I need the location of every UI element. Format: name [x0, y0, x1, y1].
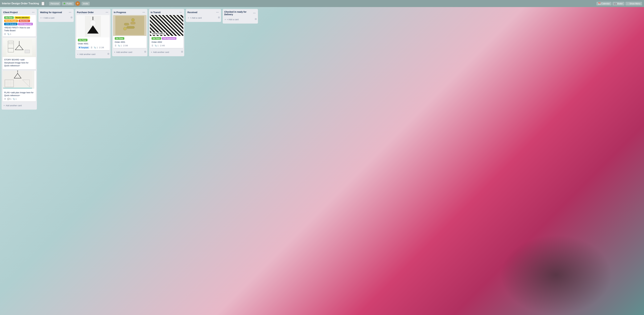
column-title: Purchase Order: [77, 11, 94, 14]
archive-icon: ⊡: [255, 18, 257, 20]
column-header-ip: In Progress ···: [112, 9, 148, 15]
add-another-card-button[interactable]: + Add another card: [113, 50, 147, 54]
public-button[interactable]: Public: [62, 2, 74, 6]
description-icon: ☰: [152, 44, 153, 47]
eye-icon: 👁: [4, 98, 6, 100]
column-waiting-approval: Waiting for Approval ··· + + Add a card …: [38, 9, 74, 22]
add-card-button[interactable]: + + Add a card: [186, 16, 220, 20]
column-menu-button[interactable]: ···: [179, 10, 183, 14]
plan-svg: [3, 71, 32, 88]
add-card-section: + + Add a card ⊡: [186, 15, 221, 22]
add-card-button[interactable]: + + Add a card: [223, 17, 257, 22]
add-another-card-button[interactable]: + Add another card: [2, 103, 36, 108]
card-po-001[interactable]: On Time Order #001 ⊞ Template ☰ 📎 1: [76, 15, 110, 50]
column-title: in Transit: [150, 11, 160, 14]
add-card-label: + Add a card: [42, 17, 54, 19]
storyboard-cover: Order 2021: [2, 38, 36, 57]
add-card-section: + + Add a card ⊡: [38, 15, 74, 22]
add-another-card-button[interactable]: + Add another card: [150, 50, 184, 54]
invite-label: Invite: [83, 2, 88, 5]
add-card-label: + Add a card: [227, 18, 238, 21]
butler-label: Butler: [618, 2, 623, 5]
card-title: <READ FIRST> How to use Trello Board: [4, 26, 34, 32]
card-ip-001[interactable]: On Time Order #001 ☰ 📎 1 ☑ 0/6: [113, 15, 146, 48]
archive-icon: ⊡: [108, 52, 109, 55]
attachment-icon: 📎: [13, 98, 15, 100]
template-icon: ⊞: [79, 46, 80, 48]
attachment-count: 1: [158, 44, 158, 47]
attachment-icon: 📎: [154, 44, 157, 47]
add-card-button[interactable]: + + Add a card: [39, 16, 73, 20]
column-menu-button[interactable]: ···: [105, 10, 109, 14]
invite-button[interactable]: Invite: [82, 2, 90, 6]
column-client-project: Client Project ··· On Time Needs attenti…: [2, 9, 37, 110]
column-header-po: Purchase Order ···: [75, 9, 110, 15]
label-cfa-approved: CFA Approved: [18, 23, 33, 25]
checklist-icon: ☑: [160, 44, 162, 47]
label-cfa-ordered: CFA Ordered: [4, 23, 18, 25]
avatar[interactable]: U: [76, 1, 80, 6]
description-meta: ☰: [115, 44, 116, 47]
column-purchase-order: Purchase Order ···: [75, 9, 110, 58]
svg-rect-26: [126, 26, 134, 28]
add-another-label: Add another card: [116, 51, 132, 53]
column-menu-button[interactable]: ···: [216, 10, 220, 14]
label-backorder: Backorder: [18, 20, 30, 22]
card-plan[interactable]: PLAN <add plan Image here for Quick refe…: [2, 71, 36, 102]
label-needs-repair: Needs Repair: [4, 20, 18, 22]
attachment-icon: 📎: [7, 33, 10, 35]
card-meta: 👁 💬 1 📎 1: [4, 98, 34, 100]
star-button[interactable]: ☆: [42, 2, 44, 6]
attachment-meta: 📎 1: [94, 46, 98, 49]
description-meta: ☰: [152, 44, 153, 47]
add-another-label: Add another card: [80, 53, 96, 56]
label-on-time: On Time: [4, 16, 14, 19]
plus-icon: +: [77, 53, 78, 56]
sketch-svg: Order 2021: [6, 40, 32, 56]
card-it-002[interactable]: STEVIE HOWELL On Time CFA Approved Order…: [150, 15, 183, 48]
column-menu-button[interactable]: ···: [32, 10, 35, 14]
butler-button[interactable]: 🤖 Butler: [612, 2, 624, 6]
card-title: Order #002: [152, 41, 182, 44]
ellipsis-icon: ···: [627, 2, 629, 5]
column-menu-button[interactable]: ···: [252, 12, 256, 15]
plus-icon: +: [40, 17, 42, 19]
card-meta: ☰ 📎 1 ☑ 0/6: [115, 44, 145, 47]
column-header-received: Received ···: [186, 9, 221, 15]
svg-text:Order 2021: Order 2021: [8, 42, 13, 44]
label-on-time: On Time: [152, 37, 161, 40]
archive-icon: ⊡: [71, 16, 72, 18]
plan-cover: [2, 71, 36, 90]
attachment-meta: 📎 1: [7, 33, 11, 35]
card-storyboard[interactable]: Order 2021 STORY BOARD <add Storyboard I…: [2, 38, 36, 70]
card-title: STORY BOARD <add Storyboard Image here f…: [4, 58, 34, 67]
add-card-section: + Add another card ⊡: [75, 52, 110, 58]
card-read-first[interactable]: On Time Needs attention Needs Repair Bac…: [2, 15, 36, 36]
header: Interior Design Order Tracking ☆ Persona…: [0, 0, 644, 7]
column-title: Checked in ready for Delivery: [224, 10, 252, 16]
show-menu-button[interactable]: ··· Show Menu: [626, 2, 642, 6]
column-header-transit: in Transit ···: [149, 9, 184, 15]
svg-rect-7: [25, 50, 30, 53]
description-icon: ☰: [115, 44, 116, 47]
checklist-meta: ☑ 4/6: [160, 44, 165, 47]
column-menu-button[interactable]: ···: [68, 10, 72, 14]
fabric-illustration: STEVIE HOWELL: [150, 15, 183, 36]
svg-rect-25: [130, 22, 135, 24]
attachment-meta: 📎 1: [154, 44, 158, 47]
comment-icon: 💬: [7, 98, 10, 100]
column-in-progress: In Progress ···: [112, 9, 148, 56]
add-another-card-button[interactable]: + Add another card: [76, 52, 110, 56]
personal-button[interactable]: Personal: [49, 2, 60, 6]
lamp-illustration: [76, 15, 110, 38]
calendar-button[interactable]: 📅 Calendar: [596, 2, 612, 6]
column-menu-button[interactable]: ···: [142, 10, 146, 14]
attachment-meta: 📎 1: [118, 44, 122, 47]
fabric-cover-wrap: STEVIE HOWELL: [150, 15, 183, 36]
card-labels: On Time Needs attention Needs Repair Bac…: [4, 16, 34, 25]
checklist-count: 2/6: [101, 46, 104, 49]
attachment-count: 1: [96, 46, 98, 49]
label-cfa-approved: CFA Approved: [162, 37, 176, 40]
description-icon: ☰: [4, 33, 6, 35]
label-needs-attention: Needs attention: [14, 16, 30, 19]
